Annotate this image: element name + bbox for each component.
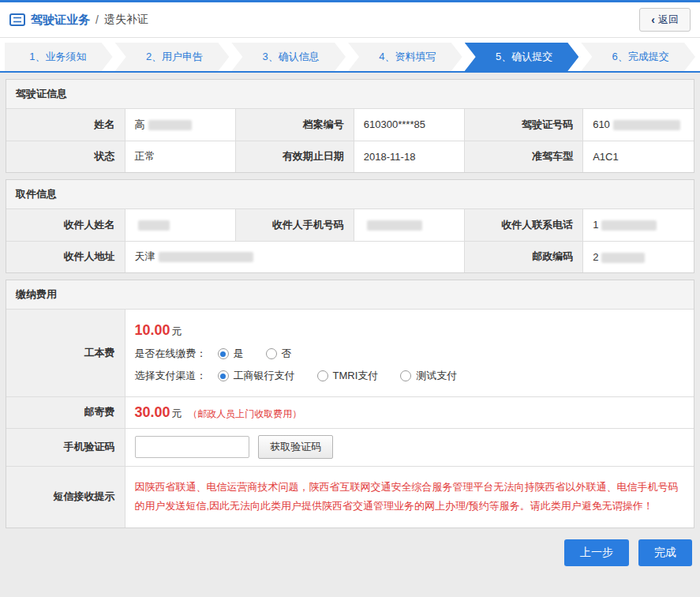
status-value: 正常 — [125, 141, 235, 172]
recipient-name-value — [125, 209, 235, 241]
vehicle-class-label: 准驾车型 — [465, 141, 583, 172]
captcha-input[interactable] — [135, 436, 249, 458]
sms-notice-cell: 因陕西省联通、电信运营商技术问题，陕西省互联网交通安全综合服务管理平台无法向持陕… — [125, 466, 694, 528]
cost-unit: 元 — [172, 325, 182, 337]
channel-icbc-radio[interactable]: 工商银行支付 — [218, 369, 295, 383]
redacted-text — [148, 120, 192, 130]
step-6-complete-submit[interactable]: 6、完成提交 — [581, 43, 695, 71]
breadcrumb-separator: / — [95, 13, 99, 26]
radio-label: 否 — [282, 347, 292, 361]
redacted-text — [613, 120, 680, 130]
postcode-text: 2 — [593, 251, 598, 263]
cost-amount-line: 10.00元 — [135, 322, 685, 339]
payment-table: 工本费 10.00元 是否在线缴费： 是 否 选 — [6, 310, 694, 528]
license-section-title: 驾驶证信息 — [6, 80, 694, 109]
postcode-label: 邮政编码 — [465, 241, 583, 272]
online-pay-row: 是否在线缴费： 是 否 — [135, 347, 685, 361]
postage-fee-label: 邮寄费 — [6, 396, 125, 428]
name-value: 高 — [125, 109, 235, 141]
back-button-label: 返回 — [658, 13, 679, 27]
table-row: 状态 正常 有效期止日期 2018-11-18 准驾车型 A1C1 — [6, 141, 694, 172]
pay-channel-question: 选择支付渠道： — [135, 369, 207, 383]
radio-unchecked-icon — [400, 370, 411, 381]
cost-fee-label: 工本费 — [6, 310, 125, 396]
recipient-address-text: 天津 — [135, 250, 155, 262]
recipient-name-label: 收件人姓名 — [6, 209, 125, 241]
header-title-group: 驾驶证业务 / 遗失补证 — [9, 13, 148, 28]
radio-label: 是 — [234, 347, 244, 361]
recipient-mobile-value — [354, 209, 464, 241]
page-title: 驾驶证业务 — [31, 13, 90, 28]
channel-test-radio[interactable]: 测试支付 — [400, 369, 457, 383]
radio-label: TMRI支付 — [333, 369, 379, 383]
license-number-label: 驾驶证号码 — [465, 109, 583, 141]
table-row: 邮寄费 30.00元 （邮政人员上门收取费用） — [6, 396, 694, 428]
cost-fee-cell: 10.00元 是否在线缴费： 是 否 选择支付渠道： — [125, 310, 694, 396]
postage-unit: 元 — [172, 407, 182, 419]
file-number-value: 610300****85 — [354, 109, 464, 141]
recipient-address-label: 收件人地址 — [6, 241, 125, 272]
radio-checked-icon — [218, 370, 229, 381]
breadcrumb-current: 遗失补证 — [104, 13, 148, 27]
status-label: 状态 — [6, 141, 125, 172]
step-label: 4、资料填写 — [379, 50, 436, 64]
step-4-fill-materials[interactable]: 4、资料填写 — [348, 43, 462, 71]
postage-note: （邮政人员上门收取费用） — [188, 408, 301, 419]
online-pay-no-radio[interactable]: 否 — [266, 347, 292, 361]
cost-amount: 10.00 — [135, 322, 170, 338]
redacted-text — [367, 220, 422, 231]
step-2-user-declaration[interactable]: 2、用户申告 — [115, 43, 230, 71]
file-number-label: 档案编号 — [235, 109, 354, 141]
step-label: 3、确认信息 — [263, 50, 320, 64]
pickup-info-section: 取件信息 收件人姓名 收件人手机号码 收件人联系电话 1 收件人地址 天津 邮政… — [6, 179, 694, 273]
license-info-section: 驾驶证信息 姓名 高 档案编号 610300****85 驾驶证号码 610 状… — [6, 79, 694, 173]
recipient-phone-label: 收件人联系电话 — [465, 209, 583, 241]
vehicle-class-value: A1C1 — [583, 141, 694, 172]
table-row: 手机验证码 获取验证码 — [6, 428, 694, 466]
radio-unchecked-icon — [317, 370, 328, 381]
step-1-business-notice[interactable]: 1、业务须知 — [5, 43, 113, 71]
table-row: 工本费 10.00元 是否在线缴费： 是 否 选 — [6, 310, 694, 396]
table-row: 短信接收提示 因陕西省联通、电信运营商技术问题，陕西省互联网交通安全综合服务管理… — [6, 466, 694, 528]
radio-label: 工商银行支付 — [234, 369, 295, 383]
redacted-text — [138, 220, 170, 231]
step-3-confirm-info[interactable]: 3、确认信息 — [231, 43, 346, 71]
sms-notice-text: 因陕西省联通、电信运营商技术问题，陕西省互联网交通安全综合服务管理平台无法向持陕… — [135, 478, 685, 516]
step-nav: 1、业务须知 2、用户申告 3、确认信息 4、资料填写 5、确认提交 6、完成提… — [0, 38, 700, 73]
get-captcha-button[interactable]: 获取验证码 — [258, 435, 333, 459]
online-pay-yes-radio[interactable]: 是 — [218, 347, 244, 361]
recipient-mobile-label: 收件人手机号码 — [235, 209, 354, 241]
redacted-text — [601, 253, 645, 263]
pickup-info-table: 收件人姓名 收件人手机号码 收件人联系电话 1 收件人地址 天津 邮政编码 2 — [6, 209, 694, 272]
step-label: 1、业务须知 — [29, 50, 86, 64]
recipient-address-value: 天津 — [125, 241, 465, 272]
pay-channel-row: 选择支付渠道： 工商银行支付 TMRI支付 测试支付 — [135, 369, 685, 383]
recipient-phone-text: 1 — [593, 219, 598, 231]
bottom-actions: 上一步 完成 — [0, 528, 700, 577]
back-button[interactable]: ‹ 返回 — [639, 8, 691, 32]
form-icon — [9, 13, 25, 26]
table-row: 收件人姓名 收件人手机号码 收件人联系电话 1 — [6, 209, 694, 241]
redacted-text — [601, 220, 657, 231]
pickup-section-title: 取件信息 — [6, 180, 694, 209]
payment-section: 缴纳费用 工本费 10.00元 是否在线缴费： 是 否 — [6, 280, 694, 528]
prev-step-button[interactable]: 上一步 — [564, 539, 629, 566]
expiry-date-label: 有效期止日期 — [235, 141, 354, 172]
channel-tmri-radio[interactable]: TMRI支付 — [317, 369, 379, 383]
postage-fee-cell: 30.00元 （邮政人员上门收取费用） — [125, 396, 694, 428]
payment-section-title: 缴纳费用 — [6, 280, 694, 310]
name-value-text: 高 — [135, 118, 145, 130]
name-label: 姓名 — [6, 109, 125, 141]
radio-label: 测试支付 — [416, 369, 457, 383]
license-number-text: 610 — [593, 118, 610, 130]
license-number-value: 610 — [583, 109, 694, 141]
captcha-cell: 获取验证码 — [125, 428, 694, 466]
table-row: 收件人地址 天津 邮政编码 2 — [6, 241, 694, 272]
expiry-date-value: 2018-11-18 — [354, 141, 464, 172]
step-5-confirm-submit[interactable]: 5、确认提交 — [465, 43, 579, 71]
finish-button[interactable]: 完成 — [638, 539, 692, 566]
radio-unchecked-icon — [266, 348, 277, 359]
online-pay-question: 是否在线缴费： — [135, 347, 207, 361]
table-row: 姓名 高 档案编号 610300****85 驾驶证号码 610 — [6, 109, 694, 141]
license-info-table: 姓名 高 档案编号 610300****85 驾驶证号码 610 状态 正常 有… — [6, 109, 694, 172]
